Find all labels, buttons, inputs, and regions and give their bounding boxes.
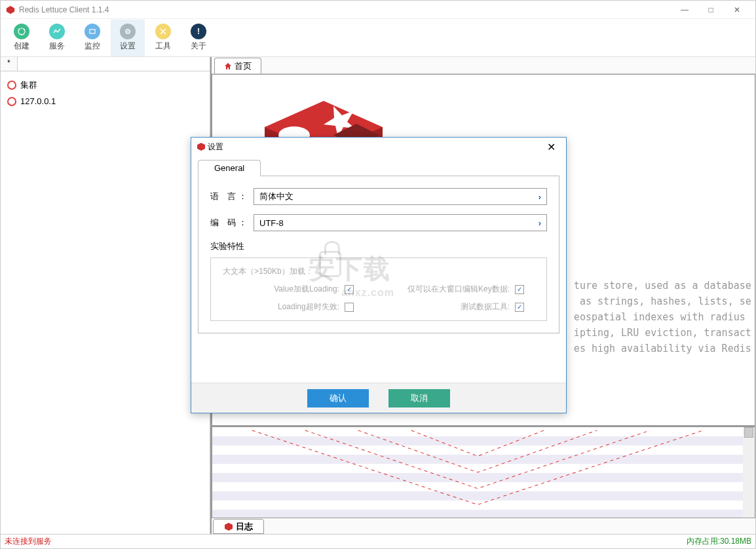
- log-icon: [224, 522, 233, 531]
- home-icon: [224, 62, 232, 70]
- dialog-titlebar: 设置 ✕: [191, 138, 566, 156]
- log-scrollbar[interactable]: [743, 427, 755, 518]
- svg-point-2: [18, 29, 20, 30]
- svg-rect-5: [90, 29, 95, 33]
- settings-button[interactable]: 设置: [111, 20, 145, 56]
- dialog-pane: 语 言： 简体中文 › 编 码： UTF-8 › 实验特性: [198, 176, 559, 333]
- tab-home[interactable]: 首页: [214, 58, 261, 73]
- dialog-close-button[interactable]: ✕: [541, 141, 561, 153]
- toolbar-label: 监控: [85, 41, 100, 52]
- services-icon: [49, 24, 65, 39]
- experimental-title: 实验特性: [210, 240, 547, 252]
- checkbox-label: 测试数据工具:: [461, 301, 510, 312]
- create-icon: [14, 24, 29, 39]
- status-memory: 内存占用:30.18MB: [687, 536, 751, 547]
- node-icon: [7, 81, 16, 90]
- dialog-title: 设置: [208, 142, 223, 153]
- value-loading-checkbox[interactable]: ✓: [345, 285, 354, 294]
- cancel-button[interactable]: 取消: [388, 389, 450, 407]
- experimental-fieldset: 实验特性 大文本（>150Kb）加载： Value加载Loading:✓ Loa…: [210, 240, 547, 321]
- tree-label: 127.0.0.1: [20, 96, 56, 106]
- checkbox-label: Loading超时失效:: [278, 301, 339, 312]
- sidebar-tab-all[interactable]: *: [1, 57, 18, 71]
- monitor-button[interactable]: 监控: [75, 20, 109, 56]
- tab-log[interactable]: 日志: [213, 519, 264, 534]
- app-icon: [6, 5, 15, 14]
- log-pattern: [212, 427, 743, 518]
- checkbox-label: 仅可以在大窗口编辑Key数据:: [407, 284, 510, 295]
- large-window-edit-checkbox[interactable]: ✓: [515, 285, 524, 294]
- toolbar-label: 工具: [155, 41, 171, 52]
- tab-label: 日志: [236, 521, 253, 533]
- toolbar-label: 设置: [120, 41, 136, 52]
- create-button[interactable]: 创建: [5, 20, 39, 56]
- status-bar: 未连接到服务 内存占用:30.18MB: [1, 534, 755, 548]
- connection-tree: 集群 127.0.0.1: [1, 71, 210, 114]
- toolbar-label: 关于: [191, 41, 206, 52]
- loading-timeout-checkbox[interactable]: [345, 303, 354, 312]
- svg-marker-16: [197, 143, 205, 151]
- minimize-button[interactable]: —: [671, 1, 698, 19]
- monitor-icon: [85, 24, 100, 39]
- status-connection: 未连接到服务: [5, 536, 52, 547]
- maximize-button[interactable]: □: [698, 1, 724, 19]
- svg-point-3: [24, 29, 25, 30]
- window-titlebar: Redis Lettuce Client 1.1.4 — □ ✕: [1, 1, 755, 19]
- tools-button[interactable]: 工具: [146, 20, 180, 56]
- services-button[interactable]: 服务: [40, 20, 74, 56]
- sidebar: * 集群 127.0.0.1: [1, 57, 210, 534]
- encoding-select[interactable]: UTF-8 ›: [254, 214, 547, 231]
- checkbox-label: Value加载Loading:: [274, 284, 339, 295]
- window-title: Redis Lettuce Client 1.1.4: [19, 5, 109, 14]
- tab-label: 首页: [235, 60, 252, 72]
- node-icon: [7, 97, 16, 106]
- about-button[interactable]: !关于: [181, 20, 216, 56]
- toolbar-label: 创建: [14, 41, 29, 52]
- tab-general[interactable]: General: [198, 160, 261, 176]
- sidebar-tabbar: *: [1, 57, 210, 71]
- tools-icon: [155, 24, 171, 39]
- dialog-icon: [197, 142, 206, 151]
- dialog-footer: 确认 取消: [191, 383, 566, 413]
- dialog-tabs: General: [198, 160, 559, 176]
- select-value: UTF-8: [259, 218, 284, 228]
- about-icon: !: [191, 24, 206, 39]
- content-tabbar: 首页: [212, 57, 755, 74]
- tree-cluster[interactable]: 集群: [6, 77, 204, 94]
- ok-button[interactable]: 确认: [307, 389, 369, 407]
- svg-marker-0: [7, 5, 14, 13]
- log-panel: 日志: [212, 426, 755, 534]
- settings-dialog: 设置 ✕ General 语 言： 简体中文 › 编 码： UT: [191, 137, 567, 413]
- language-select[interactable]: 简体中文 ›: [254, 188, 547, 205]
- svg-marker-15: [225, 523, 233, 531]
- test-data-tool-checkbox[interactable]: ✓: [515, 303, 524, 312]
- largetext-label: 大文本（>150Kb）加载：: [223, 266, 535, 277]
- tree-host-local[interactable]: 127.0.0.1: [6, 94, 204, 109]
- main-toolbar: 创建 服务 监控 设置 工具 !关于: [1, 19, 755, 57]
- svg-point-7: [127, 31, 128, 32]
- select-value: 简体中文: [259, 191, 293, 202]
- log-body: [212, 426, 755, 518]
- tree-label: 集群: [20, 79, 37, 91]
- encoding-label: 编 码：: [210, 217, 247, 229]
- chevron-right-icon: ›: [539, 192, 541, 202]
- chevron-right-icon: ›: [539, 218, 541, 228]
- close-button[interactable]: ✕: [724, 1, 750, 19]
- toolbar-label: 服务: [49, 41, 65, 52]
- language-label: 语 言：: [210, 191, 247, 202]
- svg-point-4: [21, 34, 22, 35]
- settings-icon: [120, 24, 136, 39]
